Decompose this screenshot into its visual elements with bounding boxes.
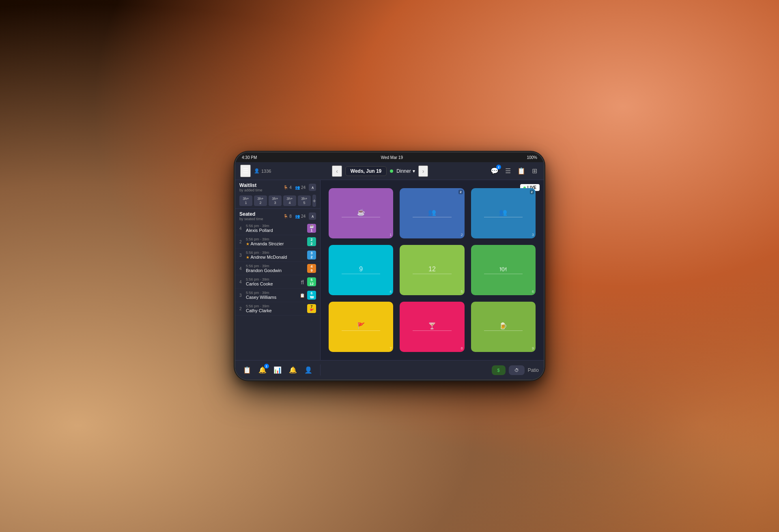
report-button[interactable]: 📋 (516, 165, 527, 176)
time-slot-5[interactable]: 3h+5 (298, 195, 311, 206)
clock-button[interactable]: ⏱ (509, 365, 525, 375)
guest-badge-2: 2 2 (307, 237, 316, 246)
guest-item-2[interactable]: 2 5:56 pm · 39m ★ Amanda Strozier 2 2 (235, 235, 320, 249)
table-1[interactable]: ☕ 1 (329, 188, 393, 238)
chevron-down-icon: ▾ (413, 168, 415, 174)
guest-name-3: ★ Andrew McDonald (246, 255, 305, 260)
guest-info-5: 5:56 pm · 39m Carlos Cooke (246, 277, 297, 286)
table-7-divider (342, 330, 381, 331)
fork-icon-5: 🍴 (300, 280, 305, 284)
bottom-person-icon[interactable]: 👤 (303, 365, 314, 375)
guest-item-1[interactable]: 4 5:56 pm · 39m Alexis Pollard ☕ 1 (235, 222, 320, 235)
guests-icon-small: 👥 (295, 185, 300, 190)
seated-subtitle: by seated time (239, 217, 263, 221)
seated-section: Seated by seated time 🪑 8 👥 24 (235, 208, 320, 222)
table-4[interactable]: 9 4 (329, 245, 393, 295)
message-button[interactable]: 💬 2 (489, 165, 500, 176)
seated-guests-stat: 👥 24 (295, 214, 306, 219)
waitlist-guests-stat: 👥 24 (295, 185, 306, 190)
table-4-num: 4 (390, 290, 392, 294)
table-5[interactable]: 12 5 (400, 245, 464, 295)
main-content: Waitlist by added time 🪑 4 👥 24 ∧ (235, 180, 544, 360)
table-9-divider (484, 330, 523, 331)
bottom-right-actions: $ ⏱ Patio (321, 365, 544, 375)
time-slot-1[interactable]: 3h+1 (239, 195, 252, 206)
table-3-guests: 2 (530, 190, 534, 194)
notification-badge: 2 (264, 364, 269, 369)
bottom-left-icons: 📋 🔔 2 📊 🔔 👤 (235, 365, 321, 375)
time-slot-2[interactable]: 3h+2 (254, 195, 267, 206)
table-6[interactable]: 🍽 6 (471, 245, 536, 295)
table-2[interactable]: 2 👥 2 (400, 188, 464, 238)
tables-icon-seated: 🪑 (283, 214, 288, 219)
table-8-num: 8 (461, 346, 463, 350)
bottom-notification-icon[interactable]: 🔔 2 (257, 365, 268, 375)
seated-tables-count: 8 (289, 214, 292, 219)
badge-num-2: 2 (310, 242, 312, 246)
waitlist-collapse-button[interactable]: ∧ (309, 184, 316, 191)
dollar-button[interactable]: $ (492, 365, 506, 375)
guests-count: 1336 (261, 169, 271, 174)
top-nav: ☰ 👤 1336 ‹ Weds, Jun 19 Dinner ▾ › 💬 2 (235, 162, 544, 180)
guest-icons-5: 🍴 (300, 280, 305, 284)
guest-icons-6: 📋 (300, 293, 305, 298)
date-badge[interactable]: Weds, Jun 19 (345, 166, 387, 176)
guest-item-5[interactable]: 4 5:56 pm · 39m Carlos Cooke 🍴 5 12 (235, 275, 320, 289)
clock-icon: ⏱ (514, 368, 519, 373)
flag-icon-7: 🚩 (310, 309, 314, 313)
seated-title: Seated (239, 211, 263, 217)
badge-icon-6: 🍽 (310, 295, 314, 299)
badge-num-3: 2 (310, 255, 312, 259)
table-8-divider (413, 330, 452, 331)
status-time: 4:30 PM (242, 155, 257, 160)
seated-guests-count: 24 (301, 214, 306, 219)
app-container: ☰ 👤 1336 ‹ Weds, Jun 19 Dinner ▾ › 💬 2 (235, 162, 544, 380)
guest-list: 4 5:56 pm · 39m Alexis Pollard ☕ 1 2 (235, 222, 320, 360)
table-5-divider (413, 274, 452, 274)
table-7[interactable]: 🚩 7 (329, 302, 393, 352)
bottom-chart-icon[interactable]: 📊 (272, 365, 283, 375)
table-5-num: 5 (461, 290, 463, 294)
guest-badge-5: 5 12 (307, 277, 316, 286)
hamburger-button[interactable]: ☰ (240, 165, 251, 177)
status-bar: 4:30 PM Wed Mar 19 100% (235, 152, 544, 162)
guest-time-3: 5:56 pm · 39m (246, 251, 305, 255)
waitlist-tables-count: 4 (289, 185, 292, 190)
table-8-icon: 🍸 (428, 322, 436, 330)
service-badge[interactable]: Dinner ▾ (396, 168, 415, 174)
guest-item-3[interactable]: 3 5:56 pm · 39m ★ Andrew McDonald 3 2 (235, 249, 320, 262)
table-3[interactable]: 2 👥 3 (471, 188, 536, 238)
bottom-calendar-icon[interactable]: 📋 (241, 365, 253, 375)
guest-name-5: Carlos Cooke (246, 281, 297, 286)
time-slot-3[interactable]: 3h+3 (269, 195, 282, 206)
guest-name-6: Casey Williams (246, 295, 297, 300)
guest-item-4[interactable]: 4 5:56 pm · 39m Brandon Goodwin 4 9 (235, 262, 320, 275)
guests-badge: 👤 1336 (254, 168, 271, 174)
seated-tables-stat: 🪑 8 (283, 214, 292, 219)
tablet-frame: 4:30 PM Wed Mar 19 100% ☰ 👤 1336 ‹ Weds,… (235, 152, 544, 380)
seated-collapse-button[interactable]: ∧ (309, 212, 316, 220)
badge-icon-1: ☕ (310, 224, 314, 228)
layout-button[interactable]: ⊞ (530, 165, 539, 176)
guest-num-4: 4 (239, 266, 243, 271)
bottom-bell-icon[interactable]: 🔔 (287, 365, 299, 375)
time-slot-4[interactable]: 3h+4 (283, 195, 296, 206)
table-8[interactable]: 🍸 8 (400, 302, 464, 352)
table-4-icon: 9 (359, 266, 363, 273)
nav-next-button[interactable]: › (418, 165, 428, 177)
table-2-divider (413, 217, 452, 217)
guest-item-7[interactable]: 2 5:56 pm · 39m Cathy Clarke 7 🚩 (235, 302, 320, 315)
table-2-num: 2 (461, 233, 463, 237)
table-5-icon: 12 (428, 266, 436, 273)
table-9[interactable]: 🍺 9 (471, 302, 536, 352)
guest-item-6[interactable]: 3 5:56 pm · 39m Casey Williams 📋 6 🍽 (235, 289, 320, 302)
add-slot-button[interactable]: + (312, 195, 316, 207)
table-3-icon: 👥 (499, 208, 507, 216)
table-9-icon: 🍺 (499, 322, 507, 330)
nav-prev-button[interactable]: ‹ (332, 165, 342, 177)
guest-time-7: 5:56 pm · 39m (246, 304, 305, 308)
table-7-num: 7 (390, 346, 392, 350)
note-icon-6: 📋 (300, 293, 305, 298)
badge-num-5: 12 (310, 282, 314, 286)
list-button[interactable]: ☰ (504, 165, 512, 176)
